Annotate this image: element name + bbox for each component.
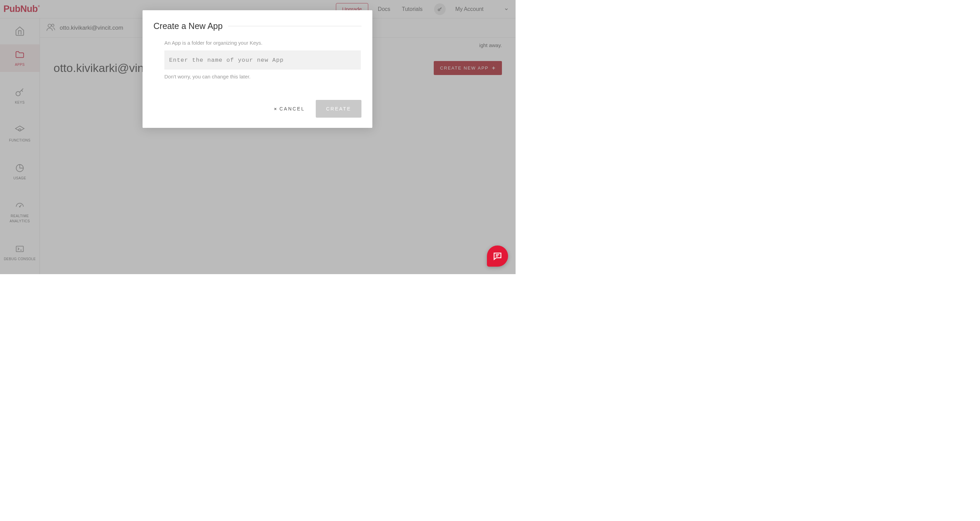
chat-button[interactable] [487, 246, 508, 267]
app-name-input[interactable] [164, 51, 361, 70]
modal-hint: Don't worry, you can change this later. [164, 74, 361, 79]
modal-title: Create a New App [153, 21, 223, 31]
cancel-label: CANCEL [279, 106, 305, 111]
close-icon [274, 107, 277, 111]
modal-description: An App is a folder for organizing your K… [164, 40, 361, 46]
cancel-button[interactable]: CANCEL [274, 106, 305, 111]
chat-icon [492, 251, 503, 261]
modal-divider [228, 26, 361, 26]
create-app-modal: Create a New App An App is a folder for … [143, 10, 372, 128]
create-button[interactable]: CREATE [316, 100, 361, 118]
